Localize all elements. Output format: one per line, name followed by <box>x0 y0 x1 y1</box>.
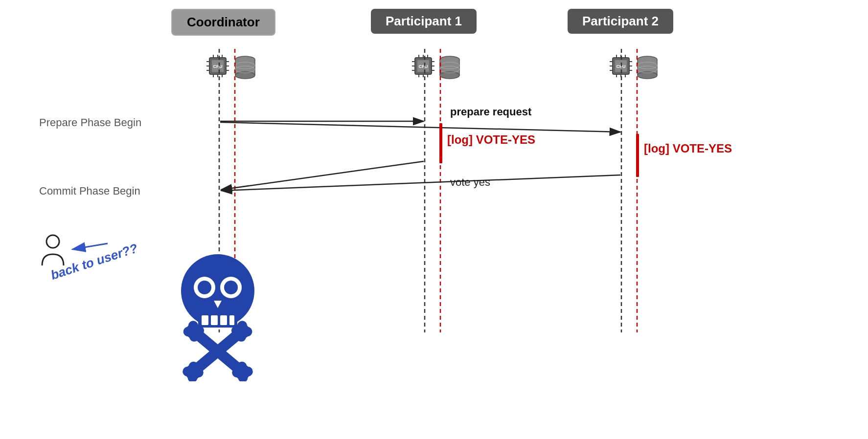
svg-point-82 <box>198 281 211 294</box>
prepare-phase-label: Prepare Phase Begin <box>39 116 141 129</box>
svg-rect-86 <box>202 315 208 325</box>
participant1-label: Participant 1 <box>386 14 462 28</box>
participant1-db-icon <box>438 55 461 82</box>
svg-point-84 <box>224 281 238 294</box>
participant1-red-bracket <box>439 123 442 163</box>
svg-text:CPU: CPU <box>616 64 625 69</box>
vote-yes-label: vote yes <box>450 176 490 189</box>
participant2-db-icon <box>636 55 659 82</box>
coordinator-db-icon <box>234 55 256 82</box>
coordinator-header: Coordinator <box>171 9 275 36</box>
commit-phase-label: Commit Phase Begin <box>39 185 140 198</box>
svg-line-75 <box>220 122 620 132</box>
svg-text:CPU: CPU <box>418 64 428 69</box>
participant2-header: Participant 2 <box>568 9 673 34</box>
participant2-log-vote-yes: [log] VOTE-YES <box>644 142 732 155</box>
svg-line-78 <box>72 243 108 249</box>
participant1-cpu-icon: CPU <box>411 54 435 83</box>
prepare-request-label: prepare request <box>450 106 531 118</box>
participant1-header: Participant 1 <box>371 9 477 34</box>
coordinator-cpu-icon: CPU <box>206 54 230 83</box>
diagram-container: Coordinator Participant 1 Participant 2 … <box>0 0 868 439</box>
participant2-label: Participant 2 <box>582 14 659 28</box>
skull-icon <box>161 244 274 372</box>
coordinator-label: Coordinator <box>187 15 260 29</box>
svg-line-76 <box>221 161 424 190</box>
svg-rect-88 <box>220 315 227 325</box>
participant2-cpu-icon: CPU <box>609 54 633 83</box>
svg-text:CPU: CPU <box>213 64 222 69</box>
participant2-red-bracket <box>636 134 639 177</box>
svg-line-77 <box>221 175 620 191</box>
svg-rect-89 <box>229 315 234 325</box>
svg-point-79 <box>46 235 59 248</box>
participant1-log-vote-yes: [log] VOTE-YES <box>447 133 535 147</box>
svg-rect-87 <box>211 315 218 325</box>
